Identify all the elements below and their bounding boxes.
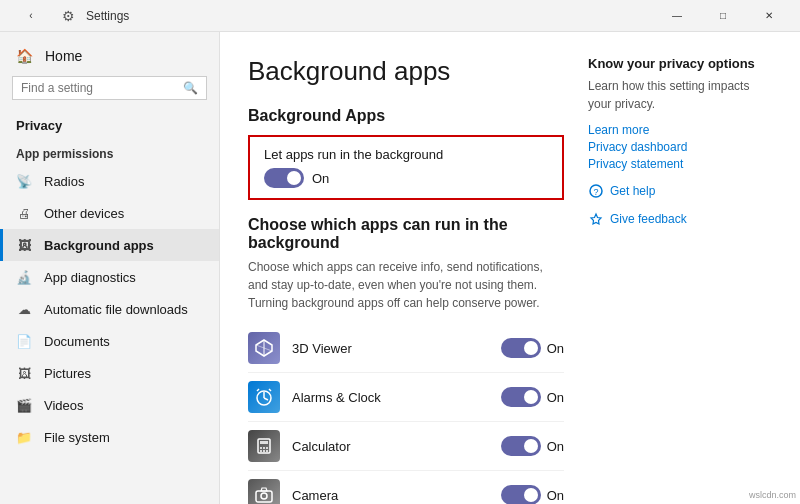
svg-point-15 xyxy=(266,450,268,452)
documents-icon: 📄 xyxy=(16,333,32,349)
app-toggle-row-3dviewer: On xyxy=(501,338,564,358)
table-row: Camera On xyxy=(248,471,564,504)
svg-text:?: ? xyxy=(593,187,598,197)
app-name-calculator: Calculator xyxy=(292,439,489,454)
toggle-box: Let apps run in the background On xyxy=(248,135,564,200)
svg-point-17 xyxy=(261,493,267,499)
table-row: Alarms & Clock On xyxy=(248,373,564,422)
toggle-alarms[interactable] xyxy=(501,387,541,407)
sidebar-item-automatic-file-downloads[interactable]: ☁ Automatic file downloads xyxy=(0,293,219,325)
svg-point-12 xyxy=(266,447,268,449)
toggle-camera[interactable] xyxy=(501,485,541,504)
sidebar-item-app-diagnostics[interactable]: 🔬 App diagnostics xyxy=(0,261,219,293)
sidebar-item-file-system[interactable]: 📁 File system xyxy=(0,421,219,453)
right-panel: Know your privacy options Learn how this… xyxy=(588,56,768,480)
privacy-label: Privacy xyxy=(0,112,219,139)
right-panel-text: Learn how this setting impacts your priv… xyxy=(588,77,768,113)
svg-point-13 xyxy=(260,450,262,452)
search-input[interactable] xyxy=(21,81,177,95)
app-toggle-row-alarms: On xyxy=(501,387,564,407)
sidebar-item-background-apps[interactable]: 🖼 Background apps xyxy=(0,229,219,261)
get-help-label: Get help xyxy=(610,184,655,198)
main-toggle[interactable] xyxy=(264,168,304,188)
sidebar-item-videos[interactable]: 🎬 Videos xyxy=(0,389,219,421)
sidebar: 🏠 Home 🔍 Privacy App permissions 📡 Radio… xyxy=(0,32,220,504)
other-devices-icon: 🖨 xyxy=(16,205,32,221)
app-permissions-label: App permissions xyxy=(0,139,219,165)
sidebar-item-file-system-label: File system xyxy=(44,430,110,445)
sidebar-item-other-devices[interactable]: 🖨 Other devices xyxy=(0,197,219,229)
privacy-dashboard-link[interactable]: Privacy dashboard xyxy=(588,140,768,154)
automatic-file-downloads-icon: ☁ xyxy=(16,301,32,317)
app-toggle-row-calculator: On xyxy=(501,436,564,456)
app-toggle-row-camera: On xyxy=(501,485,564,504)
sidebar-item-videos-label: Videos xyxy=(44,398,84,413)
search-icon: 🔍 xyxy=(183,81,198,95)
svg-line-7 xyxy=(269,389,271,391)
close-button[interactable]: ✕ xyxy=(746,0,792,32)
toggle-state-label: On xyxy=(312,171,329,186)
sidebar-item-radios-label: Radios xyxy=(44,174,84,189)
watermark: wslcdn.com xyxy=(749,490,796,500)
app-name-alarms: Alarms & Clock xyxy=(292,390,489,405)
title-bar-left: ‹ ⚙ Settings xyxy=(8,0,654,32)
toggle-label-camera: On xyxy=(547,488,564,503)
app-diagnostics-icon: 🔬 xyxy=(16,269,32,285)
get-help-icon: ? xyxy=(588,183,604,199)
maximize-button[interactable]: □ xyxy=(700,0,746,32)
background-apps-icon: 🖼 xyxy=(16,237,32,253)
svg-marker-18 xyxy=(261,488,267,491)
section-title: Background Apps xyxy=(248,107,564,125)
settings-icon: ⚙ xyxy=(62,8,78,24)
svg-line-5 xyxy=(264,398,268,400)
pictures-icon: 🖼 xyxy=(16,365,32,381)
sidebar-item-documents-label: Documents xyxy=(44,334,110,349)
privacy-statement-link[interactable]: Privacy statement xyxy=(588,157,768,171)
right-panel-title: Know your privacy options xyxy=(588,56,768,71)
app-body: 🏠 Home 🔍 Privacy App permissions 📡 Radio… xyxy=(0,32,800,504)
sidebar-item-pictures[interactable]: 🖼 Pictures xyxy=(0,357,219,389)
sidebar-item-other-devices-label: Other devices xyxy=(44,206,124,221)
main-content: Background apps Background Apps Let apps… xyxy=(220,32,800,504)
app-icon-camera xyxy=(248,479,280,504)
svg-line-6 xyxy=(257,389,259,391)
file-system-icon: 📁 xyxy=(16,429,32,445)
toggle-row: On xyxy=(264,168,548,188)
toggle-label-calculator: On xyxy=(547,439,564,454)
sidebar-item-documents[interactable]: 📄 Documents xyxy=(0,325,219,357)
svg-rect-9 xyxy=(260,441,268,444)
give-feedback-icon xyxy=(588,211,604,227)
title-bar-title: Settings xyxy=(86,9,129,23)
give-feedback-action[interactable]: Give feedback xyxy=(588,211,768,227)
toggle-label-alarms: On xyxy=(547,390,564,405)
title-bar: ‹ ⚙ Settings — □ ✕ xyxy=(0,0,800,32)
toggle-calculator[interactable] xyxy=(501,436,541,456)
search-box[interactable]: 🔍 xyxy=(12,76,207,100)
svg-point-10 xyxy=(260,447,262,449)
content-left: Background apps Background Apps Let apps… xyxy=(248,56,564,480)
learn-more-link[interactable]: Learn more xyxy=(588,123,768,137)
sidebar-item-automatic-file-downloads-label: Automatic file downloads xyxy=(44,302,188,317)
toggle-label-3dviewer: On xyxy=(547,341,564,356)
sidebar-item-app-diagnostics-label: App diagnostics xyxy=(44,270,136,285)
minimize-button[interactable]: — xyxy=(654,0,700,32)
svg-point-11 xyxy=(263,447,265,449)
toggle-3dviewer[interactable] xyxy=(501,338,541,358)
app-icon-alarms xyxy=(248,381,280,413)
title-bar-controls: — □ ✕ xyxy=(654,0,792,32)
sidebar-item-home[interactable]: 🏠 Home xyxy=(0,40,219,72)
home-icon: 🏠 xyxy=(16,48,33,64)
toggle-box-label: Let apps run in the background xyxy=(264,147,548,162)
app-name-3dviewer: 3D Viewer xyxy=(292,341,489,356)
sidebar-item-background-apps-label: Background apps xyxy=(44,238,154,253)
sidebar-item-radios[interactable]: 📡 Radios xyxy=(0,165,219,197)
radios-icon: 📡 xyxy=(16,173,32,189)
back-button[interactable]: ‹ xyxy=(8,0,54,32)
table-row: Calculator On xyxy=(248,422,564,471)
get-help-action[interactable]: ? Get help xyxy=(588,183,768,199)
description-text: Choose which apps can receive info, send… xyxy=(248,258,564,312)
home-label: Home xyxy=(45,48,82,64)
sidebar-item-pictures-label: Pictures xyxy=(44,366,91,381)
give-feedback-label: Give feedback xyxy=(610,212,687,226)
app-list: 3D Viewer On Alarms & Clock On xyxy=(248,324,564,504)
